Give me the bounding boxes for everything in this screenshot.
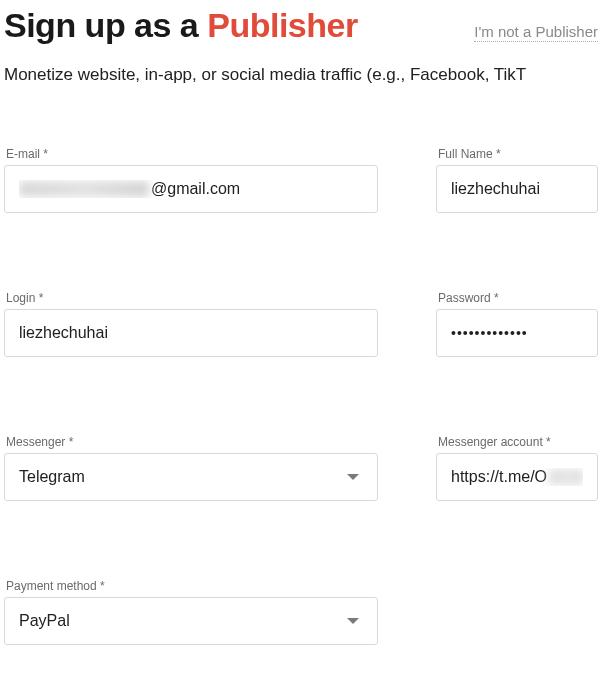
chevron-down-icon bbox=[347, 618, 359, 624]
form: E-mail * @gmail.com Full Name * Login * bbox=[4, 147, 598, 645]
form-row-1: E-mail * @gmail.com Full Name * bbox=[4, 147, 598, 213]
page-title: Sign up as a Publisher bbox=[4, 6, 358, 45]
messenger-field-wrap: Messenger * Telegram bbox=[4, 435, 378, 501]
login-value[interactable] bbox=[19, 324, 363, 342]
payment-value: PayPal bbox=[19, 612, 347, 630]
messenger-value: Telegram bbox=[19, 468, 347, 486]
email-value-obscured: @gmail.com bbox=[19, 180, 240, 198]
email-label: E-mail * bbox=[4, 147, 378, 161]
login-field-wrap: Login * bbox=[4, 291, 378, 357]
messenger-account-field-wrap: Messenger account * https://t.me/O bbox=[436, 435, 598, 501]
form-row-4: Payment method * PayPal bbox=[4, 579, 598, 645]
email-suffix: @gmail.com bbox=[151, 180, 240, 198]
redacted-box bbox=[549, 469, 583, 485]
email-field-wrap: E-mail * @gmail.com bbox=[4, 147, 378, 213]
messenger-account-prefix: https://t.me/O bbox=[451, 468, 547, 486]
messenger-label: Messenger * bbox=[4, 435, 378, 449]
payment-field-wrap: Payment method * PayPal bbox=[4, 579, 378, 645]
email-input[interactable]: @gmail.com bbox=[4, 165, 378, 213]
login-label: Login * bbox=[4, 291, 378, 305]
form-row-2: Login * Password * ••••••••••••• bbox=[4, 291, 598, 357]
password-input[interactable]: ••••••••••••• bbox=[436, 309, 598, 357]
signup-form-container: Sign up as a Publisher I'm not a Publish… bbox=[0, 6, 602, 645]
messenger-select[interactable]: Telegram bbox=[4, 453, 378, 501]
password-label: Password * bbox=[436, 291, 598, 305]
page-subtitle: Monetize website, in-app, or social medi… bbox=[4, 65, 598, 85]
fullname-label: Full Name * bbox=[436, 147, 598, 161]
password-field-wrap: Password * ••••••••••••• bbox=[436, 291, 598, 357]
payment-select[interactable]: PayPal bbox=[4, 597, 378, 645]
password-masked: ••••••••••••• bbox=[451, 325, 528, 341]
fullname-input[interactable] bbox=[436, 165, 598, 213]
form-row-3: Messenger * Telegram Messenger account *… bbox=[4, 435, 598, 501]
messenger-account-input[interactable]: https://t.me/O bbox=[436, 453, 598, 501]
fullname-value[interactable] bbox=[451, 180, 583, 198]
title-accent: Publisher bbox=[207, 6, 357, 44]
title-prefix: Sign up as a bbox=[4, 6, 207, 44]
login-input[interactable] bbox=[4, 309, 378, 357]
chevron-down-icon bbox=[347, 474, 359, 480]
redacted-box bbox=[19, 181, 149, 197]
not-publisher-link[interactable]: I'm not a Publisher bbox=[474, 23, 598, 42]
payment-label: Payment method * bbox=[4, 579, 378, 593]
messenger-account-value: https://t.me/O bbox=[451, 468, 583, 486]
messenger-account-label: Messenger account * bbox=[436, 435, 598, 449]
fullname-field-wrap: Full Name * bbox=[436, 147, 598, 213]
page-header: Sign up as a Publisher I'm not a Publish… bbox=[4, 6, 598, 45]
